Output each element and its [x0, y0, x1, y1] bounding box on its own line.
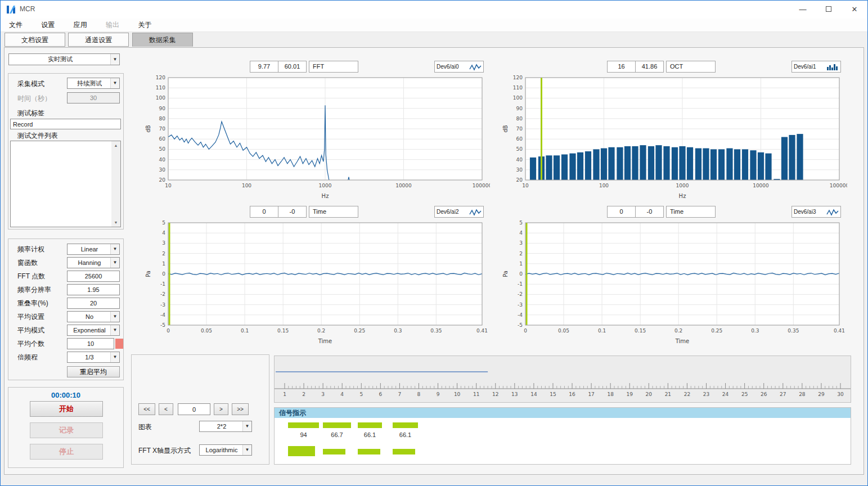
fft-plot[interactable]: 2030405060708090100110120101001000100001…	[136, 73, 490, 205]
svg-text:70: 70	[516, 126, 523, 132]
prev-page-button[interactable]: <	[159, 403, 173, 415]
svg-text:4: 4	[340, 392, 344, 397]
tab-document-settings[interactable]: 文档设置	[5, 33, 65, 47]
maximize-button[interactable]	[816, 1, 842, 19]
svg-text:4: 4	[162, 230, 165, 236]
svg-text:20: 20	[516, 177, 523, 183]
device-selector[interactable]: Dev6/ai3	[791, 206, 841, 218]
restart-average-button[interactable]: 重启平均	[67, 366, 120, 377]
line-chart-icon	[826, 208, 839, 216]
signal-meter: 66.1	[393, 422, 418, 438]
menu-about[interactable]: 关于	[129, 19, 160, 32]
menu-output: 输出	[97, 19, 128, 32]
svg-text:24: 24	[722, 392, 729, 397]
svg-text:1000: 1000	[676, 183, 689, 188]
svg-text:10: 10	[165, 183, 172, 188]
chevron-down-icon: ▼	[110, 352, 119, 362]
device-selector[interactable]: Dev6/ai1	[791, 61, 841, 73]
time-plot-ai2[interactable]: -5-4-3-2-101234500.050.10.150.20.250.30.…	[136, 218, 490, 350]
octave-select[interactable]: 1/3▼	[67, 352, 120, 363]
start-button[interactable]: 开始	[30, 401, 103, 417]
svg-text:Hz: Hz	[679, 193, 686, 199]
device-selector[interactable]: Dev6/ai0	[434, 61, 484, 73]
cursor-x-readout: 9.77	[250, 61, 278, 73]
scroll-down-icon[interactable]: ▼	[111, 218, 120, 227]
chart-type-label: Time	[309, 206, 358, 218]
svg-text:-3: -3	[160, 302, 165, 308]
svg-text:12: 12	[492, 392, 498, 397]
close-button[interactable]: ✕	[842, 1, 867, 19]
overlap-input[interactable]	[67, 298, 120, 309]
svg-text:0: 0	[162, 271, 165, 277]
scroll-up-icon[interactable]: ▲	[111, 141, 120, 150]
svg-text:60: 60	[516, 136, 523, 142]
chart-layout-select[interactable]: 2*2▼	[199, 421, 252, 432]
device-selector[interactable]: Dev6/ai2	[434, 206, 484, 218]
svg-text:100: 100	[599, 183, 609, 188]
listbox-scrollbar[interactable]: ▲ ▼	[111, 141, 120, 227]
test-file-listbox[interactable]: ▲ ▼	[10, 141, 121, 227]
device-name: Dev6/ai2	[437, 206, 458, 217]
svg-text:19: 19	[627, 392, 633, 397]
signal-level-bar	[288, 422, 319, 428]
svg-text:1: 1	[162, 261, 165, 267]
octave-plot[interactable]: 2030405060708090100110120101001000100001…	[493, 73, 847, 205]
acq-mode-label: 采集模式	[17, 79, 44, 89]
svg-text:-2: -2	[518, 291, 523, 297]
svg-text:0.35: 0.35	[430, 328, 442, 334]
main-panel: 实时测试 ▼ 采集模式 持续测试 ▼ 时间（秒） 测试标签 测试文件列表 ▲ ▼	[4, 47, 864, 475]
average-count-input[interactable]	[67, 338, 114, 349]
svg-text:11: 11	[473, 392, 479, 397]
svg-text:28: 28	[799, 392, 806, 397]
next-page-button[interactable]: >	[214, 403, 228, 415]
menu-file[interactable]: 文件	[1, 19, 31, 32]
control-panel: 00:00:10 开始 记录 停止	[8, 387, 124, 468]
time-plot-ai3[interactable]: -5-4-3-2-101234500.050.10.150.20.250.30.…	[493, 218, 847, 350]
test-mode-select[interactable]: 实时测试 ▼	[8, 53, 120, 65]
average-setting-select[interactable]: No▼	[67, 311, 120, 322]
svg-text:100: 100	[242, 183, 251, 188]
record-button: 记录	[30, 422, 103, 438]
menu-application[interactable]: 应用	[65, 19, 96, 32]
tab-data-acquisition[interactable]: 数据采集	[132, 33, 193, 47]
svg-text:3: 3	[519, 240, 523, 246]
chart-header: 0 -0 Time Dev6/ai3	[493, 206, 849, 218]
display-options-panel: << < > >> 图表 2*2▼ FFT X轴显示方式 Logarithmic…	[131, 354, 269, 465]
page-number-input[interactable]	[178, 403, 210, 415]
svg-text:30: 30	[159, 167, 166, 173]
minimize-button[interactable]: —	[790, 1, 816, 19]
menu-settings[interactable]: 设置	[33, 19, 63, 32]
tab-channel-settings[interactable]: 通道设置	[68, 33, 129, 47]
average-mode-select[interactable]: Exponential▼	[67, 325, 120, 336]
acq-mode-select[interactable]: 持续测试 ▼	[67, 78, 120, 89]
first-page-button[interactable]: <<	[138, 403, 155, 415]
average-mode-label: 平均模式	[17, 326, 44, 335]
test-mode-value: 实时测试	[48, 56, 73, 62]
fft-xaxis-mode-select[interactable]: Logarithmic▼	[199, 444, 252, 456]
svg-text:8: 8	[417, 392, 421, 397]
signal-level-value: 66.1	[393, 431, 418, 438]
svg-text:100: 100	[156, 95, 165, 101]
timeline-scrollbar[interactable]: 1234567891011121314151617181920212223242…	[274, 356, 851, 403]
record-name-input[interactable]	[10, 119, 121, 129]
chevron-down-icon: ▼	[110, 258, 119, 268]
elapsed-timer: 00:00:10	[8, 391, 123, 399]
svg-text:2: 2	[519, 251, 523, 256]
svg-text:Hz: Hz	[322, 193, 329, 199]
fft-points-input[interactable]	[67, 271, 120, 282]
svg-text:4: 4	[519, 230, 523, 236]
svg-text:0.15: 0.15	[635, 328, 646, 334]
freq-resolution-input[interactable]	[67, 284, 120, 295]
svg-text:50: 50	[516, 146, 523, 152]
chart-header: 0 -0 Time Dev6/ai2	[136, 206, 492, 218]
chart-type-label: OCT	[666, 61, 716, 73]
time-input	[67, 92, 120, 104]
svg-text:-5: -5	[160, 322, 165, 328]
svg-text:10000: 10000	[395, 183, 412, 188]
window-function-select[interactable]: Hanning▼	[67, 257, 120, 268]
last-page-button[interactable]: >>	[232, 403, 249, 415]
svg-text:6: 6	[379, 392, 382, 397]
svg-text:-3: -3	[518, 302, 523, 308]
svg-text:0.25: 0.25	[711, 328, 722, 334]
freq-weighting-select[interactable]: Linear▼	[67, 244, 120, 255]
